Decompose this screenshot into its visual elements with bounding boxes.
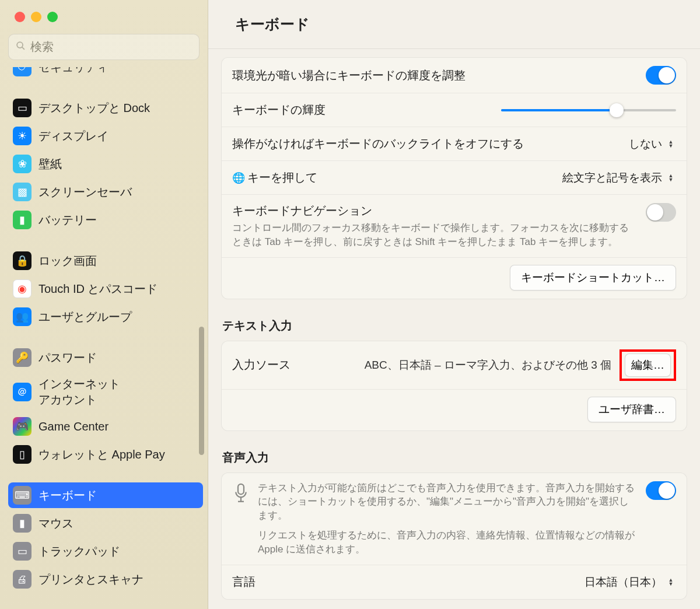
gamecenter-icon: 🎮 (13, 417, 32, 436)
voice-language-label: 言語 (232, 574, 256, 590)
sidebar-item-label: ユーザとグループ (38, 309, 132, 325)
svg-point-0 (17, 42, 23, 48)
microphone-icon (232, 482, 250, 509)
sidebar-item-label: デスクトップと Dock (38, 100, 150, 116)
sidebar-item-label: インターネット アカウント (38, 376, 120, 408)
globe-key-popup[interactable]: 絵文字と記号を表示 ▲▼ (562, 170, 676, 186)
sidebar-item-passwords[interactable]: 🔑パスワード (8, 345, 203, 370)
mouse-icon: ▮ (13, 514, 32, 533)
search-icon (16, 41, 26, 54)
sidebar-item-label: Touch ID とパスコード (38, 281, 158, 297)
display-icon: ☀ (13, 127, 32, 145)
svg-line-1 (22, 47, 24, 49)
main-pane: キーボード 環境光が暗い場合にキーボードの輝度を調整 キーボードの輝度 操作がな… (208, 0, 700, 609)
sidebar-item-wallet[interactable]: ▯ウォレットと Apple Pay (8, 442, 203, 467)
voice-desc-1: テキスト入力が可能な箇所はどこでも音声入力を使用できます。音声入力を開始するには… (258, 481, 636, 523)
sidebar-list: 🛡セキュリティ▭デスクトップと Dock☀ディスプレイ❀壁紙▩スクリーンセーバ▮… (0, 67, 208, 609)
sidebar-item-label: トラックパッド (38, 544, 120, 559)
wallet-icon: ▯ (13, 445, 32, 464)
sidebar-item-label: キーボード (38, 488, 97, 503)
input-source-label: 入力ソース (232, 357, 290, 373)
internet-icon: ＠ (13, 383, 32, 401)
zoom-window-button[interactable] (47, 12, 58, 22)
backlight-off-popup[interactable]: しない ▲▼ (629, 136, 676, 152)
auto-brightness-row: 環境光が暗い場合にキーボードの輝度を調整 (222, 58, 687, 93)
kbd-brightness-slider[interactable] (501, 104, 676, 116)
sidebar-item-label: 壁紙 (38, 156, 62, 172)
kbd-nav-desc: コントロール間のフォーカス移動をキーボードで操作します。フォーカスを次に移動する… (232, 221, 636, 249)
kbd-brightness-label: キーボードの輝度 (232, 102, 326, 118)
desktop-icon: ▭ (13, 99, 32, 117)
battery-icon: ▮ (13, 211, 32, 229)
text-input-heading: テキスト入力 (222, 318, 686, 334)
globe-icon: 🌐 (232, 172, 245, 184)
keyboard-icon: ⌨ (13, 486, 32, 505)
printer-icon: 🖨 (13, 570, 32, 589)
globe-key-value: 絵文字と記号を表示 (562, 170, 662, 186)
sidebar-item-lock[interactable]: 🔒ロック画面 (8, 248, 203, 274)
sidebar-item-label: スクリーンセーバ (38, 184, 132, 200)
sidebar-item-desktop[interactable]: ▭デスクトップと Dock (8, 95, 203, 121)
backlight-off-row: 操作がなければキーボードのバックライトをオフにする しない ▲▼ (222, 127, 687, 161)
kbd-nav-toggle[interactable] (646, 203, 676, 222)
sidebar-item-screensaver[interactable]: ▩スクリーンセーバ (8, 179, 203, 205)
voice-language-popup[interactable]: 日本語（日本） ▲▼ (584, 575, 676, 590)
scrollbar[interactable] (199, 327, 204, 455)
sidebar: 検索 🛡セキュリティ▭デスクトップと Dock☀ディスプレイ❀壁紙▩スクリーンセ… (0, 0, 208, 609)
sidebar-item-label: Game Center (38, 420, 108, 433)
kbd-shortcuts-button-row: キーボードショートカット… (222, 258, 687, 299)
sidebar-item-security[interactable]: 🛡セキュリティ (8, 67, 203, 80)
close-window-button[interactable] (15, 12, 25, 22)
sidebar-item-label: ロック画面 (38, 253, 97, 269)
backlight-off-value: しない (629, 136, 662, 152)
search-placeholder: 検索 (30, 39, 54, 55)
sidebar-item-trackpad[interactable]: ▭トラックパッド (8, 538, 203, 564)
screensaver-icon: ▩ (13, 183, 32, 201)
voice-desc-2: リクエストを処理するために、音声入力の内容、連絡先情報、位置情報などの情報が A… (258, 528, 636, 556)
touchid-icon: ◉ (13, 279, 32, 298)
auto-brightness-toggle[interactable] (646, 66, 676, 85)
sidebar-item-gamecenter[interactable]: 🎮Game Center (8, 414, 203, 439)
minimize-window-button[interactable] (31, 12, 41, 22)
backlight-off-label: 操作がなければキーボードのバックライトをオフにする (232, 136, 524, 152)
voice-language-value: 日本語（日本） (584, 575, 662, 590)
wallpaper-icon: ❀ (13, 155, 32, 173)
kbd-shortcuts-button[interactable]: キーボードショートカット… (510, 265, 676, 290)
kbd-nav-label: キーボードナビゲーション (232, 203, 636, 219)
sidebar-item-mouse[interactable]: ▮マウス (8, 510, 203, 536)
user-dictionary-button[interactable]: ユーザ辞書… (587, 397, 676, 422)
voice-input-heading: 音声入力 (222, 450, 686, 466)
voice-input-row: テキスト入力が可能な箇所はどこでも音声入力を使用できます。音声入力を開始するには… (222, 473, 687, 565)
kbd-brightness-row: キーボードの輝度 (222, 93, 687, 127)
sidebar-item-internet[interactable]: ＠インターネット アカウント (8, 373, 203, 411)
search-input[interactable]: 検索 (8, 34, 200, 60)
window-controls (0, 0, 208, 22)
sidebar-item-keyboard[interactable]: ⌨キーボード (8, 482, 203, 508)
popup-caret-icon: ▲▼ (666, 576, 676, 589)
sidebar-item-printer[interactable]: 🖨プリンタとスキャナ (8, 566, 203, 592)
voice-input-panel: テキスト入力が可能な箇所はどこでも音声入力を使用できます。音声入力を開始するには… (221, 473, 687, 600)
auto-brightness-label: 環境光が暗い場合にキーボードの輝度を調整 (232, 68, 466, 83)
kbd-nav-row: キーボードナビゲーション コントロール間のフォーカス移動をキーボードで操作します… (222, 195, 687, 258)
content: 環境光が暗い場合にキーボードの輝度を調整 キーボードの輝度 操作がなければキーボ… (208, 49, 700, 609)
sidebar-item-label: ディスプレイ (38, 128, 108, 144)
input-source-value: ABC、日本語 – ローマ字入力、およびその他 3 個 (365, 358, 611, 373)
users-icon: 👥 (13, 307, 32, 326)
sidebar-item-label: パスワード (38, 350, 97, 366)
sidebar-item-battery[interactable]: ▮バッテリー (8, 207, 203, 233)
input-source-edit-button[interactable]: 編集… (625, 354, 671, 377)
sidebar-item-display[interactable]: ☀ディスプレイ (8, 123, 203, 149)
sidebar-item-touchid[interactable]: ◉Touch ID とパスコード (8, 276, 203, 302)
text-input-panel: 入力ソース ABC、日本語 – ローマ字入力、およびその他 3 個 編集… ユー… (221, 341, 687, 431)
voice-language-row: 言語 日本語（日本） ▲▼ (222, 565, 687, 599)
sidebar-item-wallpaper[interactable]: ❀壁紙 (8, 151, 203, 177)
page-title: キーボード (208, 0, 700, 49)
passwords-icon: 🔑 (13, 348, 32, 367)
sidebar-item-label: ウォレットと Apple Pay (38, 447, 165, 463)
user-dict-button-row: ユーザ辞書… (222, 390, 687, 430)
sidebar-item-users[interactable]: 👥ユーザとグループ (8, 304, 203, 330)
lock-icon: 🔒 (13, 251, 32, 270)
edit-button-highlight: 編集… (620, 349, 676, 381)
voice-input-toggle[interactable] (646, 481, 676, 500)
trackpad-icon: ▭ (13, 542, 32, 561)
